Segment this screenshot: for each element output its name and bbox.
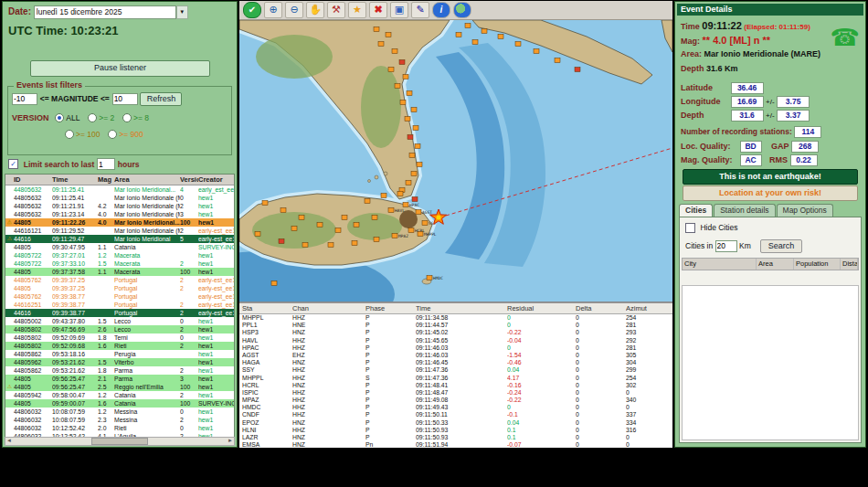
info-icon[interactable]: i bbox=[432, 2, 450, 18]
cities-km-input[interactable] bbox=[715, 240, 737, 252]
station-marker[interactable] bbox=[427, 276, 432, 281]
station-marker[interactable] bbox=[335, 228, 341, 233]
picks-header-chan[interactable]: Chan bbox=[292, 303, 365, 313]
pick-row[interactable]: HAVLHHZP09:11:45.65-0.040292 bbox=[239, 337, 672, 344]
station-marker[interactable] bbox=[465, 24, 471, 28]
station-marker[interactable] bbox=[342, 216, 347, 220]
station-marker[interactable] bbox=[498, 35, 503, 39]
event-row[interactable]: ⚠4461609:11:29.47Mar Ionio Meridional5ea… bbox=[5, 235, 234, 243]
station-marker[interactable] bbox=[534, 49, 539, 54]
mag-max-input[interactable] bbox=[112, 93, 138, 105]
star-icon[interactable]: ★ bbox=[348, 2, 366, 18]
station-marker[interactable] bbox=[388, 208, 394, 213]
picks-header-phase[interactable]: Phase bbox=[365, 303, 416, 313]
event-row[interactable]: 4480563209:11:25.41Mar Ionio Meridionale… bbox=[5, 194, 234, 202]
station-marker[interactable] bbox=[392, 234, 397, 238]
picks-header-time[interactable]: Time bbox=[416, 303, 507, 313]
event-row[interactable]: 4480563209:11:21.914.2Mar Ionio Meridion… bbox=[5, 202, 234, 210]
event-row[interactable]: 4480500209:43:37.801.5Lecco0hew1 bbox=[5, 317, 234, 325]
event-row[interactable]: 4480576209:39:37.25Portugal2early-est_ee… bbox=[5, 276, 234, 284]
station-marker[interactable] bbox=[381, 194, 386, 198]
event-row[interactable]: 4480586209:53:18.16Perugiahew1 bbox=[5, 350, 234, 358]
tab-map-options[interactable]: Map Options bbox=[777, 204, 833, 217]
station-marker[interactable] bbox=[291, 227, 297, 231]
own-risk-button[interactable]: Location at your own risk! bbox=[683, 185, 858, 201]
tab-station-details[interactable]: Station details bbox=[714, 204, 775, 217]
tab-cities[interactable]: Cities bbox=[679, 204, 713, 217]
cities-header-distance[interactable]: Distance bbox=[841, 259, 858, 270]
station-marker[interactable] bbox=[299, 216, 304, 220]
not-earthquake-button[interactable]: This is not an earthquake! bbox=[683, 169, 858, 185]
event-row[interactable]: 4480509:37:37.581.1Macerata100hew1 bbox=[5, 268, 234, 276]
station-marker[interactable] bbox=[405, 117, 410, 122]
refresh-button[interactable]: Refresh bbox=[140, 92, 182, 106]
confirm-icon[interactable]: ✔ bbox=[243, 2, 261, 18]
station-marker[interactable] bbox=[408, 228, 414, 233]
station-marker[interactable] bbox=[397, 192, 403, 196]
station-marker[interactable] bbox=[392, 49, 397, 54]
station-marker[interactable] bbox=[415, 144, 420, 149]
picks-header-residual[interactable]: Residual bbox=[507, 303, 576, 313]
station-marker[interactable] bbox=[575, 68, 580, 72]
pick-row[interactable]: AGSTEHZP09:11:46.03-1.540305 bbox=[239, 352, 672, 359]
station-marker[interactable] bbox=[378, 42, 384, 47]
limit-hours-input[interactable] bbox=[97, 158, 115, 170]
event-row[interactable]: 4480509:56:25.472.1Parma3hew1 bbox=[5, 375, 234, 383]
station-marker[interactable] bbox=[406, 181, 411, 185]
events-horizontal-scrollbar[interactable]: ◄► bbox=[5, 437, 235, 446]
event-row[interactable]: 4480572209:37:27.011.2Maceratahew1 bbox=[5, 251, 234, 259]
window-icon[interactable]: ▣ bbox=[390, 2, 408, 18]
pick-row[interactable]: EPOZHNZP09:11:50.330.040334 bbox=[239, 419, 672, 427]
zoom-out-icon[interactable]: ⊖ bbox=[285, 2, 303, 18]
event-row[interactable]: 4480563209:11:25.41Mar Ionio Meridional.… bbox=[5, 185, 234, 194]
pick-row[interactable]: HMDCHHZP09:11:49.43000 bbox=[239, 404, 672, 411]
event-row[interactable]: 4480509:39:37.25Portugal2early-est_ee1.1… bbox=[5, 284, 234, 292]
calendar-dropdown-icon[interactable]: ▾ bbox=[176, 5, 188, 19]
header-area[interactable]: Area bbox=[114, 175, 180, 185]
station-marker[interactable] bbox=[409, 154, 415, 158]
version-radio-100[interactable] bbox=[65, 130, 74, 139]
event-row[interactable]: 4480603210:12:52.422.0Rieti0hew1 bbox=[5, 424, 234, 432]
station-marker[interactable] bbox=[417, 163, 422, 167]
station-marker[interactable] bbox=[262, 201, 268, 206]
station-marker[interactable] bbox=[472, 40, 478, 45]
station-marker[interactable] bbox=[317, 223, 323, 228]
date-picker[interactable]: lunedì 15 dicembre 2025 bbox=[34, 5, 176, 19]
tools-icon[interactable]: ⚒ bbox=[327, 2, 345, 18]
version-radio-900[interactable] bbox=[108, 130, 117, 139]
event-row[interactable]: 4480563209:11:23.144.0Mar Ionio Meridion… bbox=[5, 210, 234, 218]
version-radio-all[interactable] bbox=[55, 113, 64, 122]
station-marker[interactable] bbox=[374, 27, 379, 32]
station-marker[interactable] bbox=[403, 75, 408, 79]
event-row[interactable]: 4461609:39:38.77Portugal2early-est_ee1.1… bbox=[5, 309, 234, 317]
station-marker[interactable] bbox=[411, 172, 417, 176]
station-marker[interactable] bbox=[302, 243, 308, 248]
station-marker[interactable] bbox=[372, 216, 377, 220]
close-icon[interactable]: ✖ bbox=[369, 2, 387, 18]
pick-row[interactable]: PPL1HNEP09:11:44.5700281 bbox=[239, 322, 672, 329]
station-marker[interactable] bbox=[386, 33, 391, 37]
station-marker[interactable] bbox=[416, 210, 421, 215]
station-marker[interactable] bbox=[281, 208, 286, 213]
event-row[interactable]: 4480580209:52:09.691.8Terni0hew1 bbox=[5, 333, 234, 342]
station-marker[interactable] bbox=[408, 135, 413, 140]
globe-icon[interactable]: ● bbox=[453, 2, 471, 18]
mag-min-input[interactable] bbox=[12, 93, 37, 105]
station-marker[interactable] bbox=[482, 29, 487, 34]
event-row[interactable]: 4480594209:58:00.471.2Catania2hew1 bbox=[5, 391, 234, 399]
pick-row[interactable]: MPAZHHZP09:11:49.08-0.220340 bbox=[239, 397, 672, 404]
station-marker[interactable] bbox=[400, 101, 406, 105]
station-marker[interactable] bbox=[403, 203, 408, 207]
version-radio-8[interactable] bbox=[122, 113, 132, 122]
header-creator[interactable]: Creator bbox=[198, 175, 234, 185]
phone-icon[interactable]: ☎ bbox=[831, 26, 860, 49]
event-row[interactable]: 4461625109:39:38.77Portugal2early-est_ee… bbox=[5, 301, 234, 309]
header-mag[interactable]: Mag bbox=[98, 175, 114, 185]
picks-header-delta[interactable]: Delta bbox=[576, 303, 626, 313]
cities-header-city[interactable]: City bbox=[683, 259, 757, 270]
station-marker[interactable] bbox=[412, 197, 418, 202]
station-marker[interactable] bbox=[388, 68, 394, 72]
station-marker[interactable] bbox=[411, 108, 417, 112]
cities-header-area[interactable]: Area bbox=[757, 259, 794, 270]
station-marker[interactable] bbox=[418, 232, 423, 237]
